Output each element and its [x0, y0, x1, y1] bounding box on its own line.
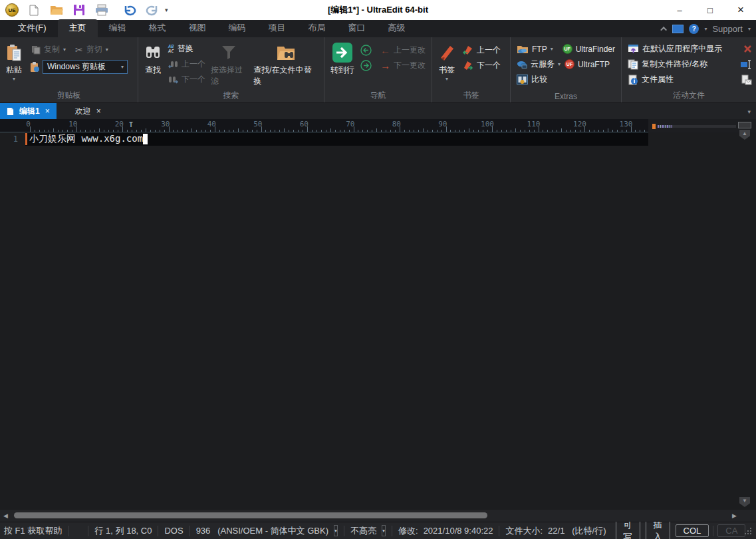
rename-file-icon[interactable]: [740, 60, 752, 69]
goto-line-icon: [332, 42, 352, 63]
help-caret-icon[interactable]: ▾: [704, 26, 707, 32]
ftp-button[interactable]: FTP ▾: [515, 41, 561, 57]
menu-tab-format[interactable]: 格式: [138, 19, 178, 37]
highlight-dropdown-icon[interactable]: ▾: [382, 525, 386, 536]
resize-grip[interactable]: [749, 527, 752, 535]
cloud-services-button[interactable]: 云服务 ▾: [515, 57, 563, 72]
close-button[interactable]: ×: [725, 0, 756, 20]
menu-tab-window[interactable]: 窗口: [337, 19, 377, 37]
copy-file-path-button[interactable]: 复制文件路径/名称: [626, 57, 709, 72]
ruler-tick: [229, 130, 229, 132]
next-change-button[interactable]: → 下一更改: [378, 58, 428, 73]
cloud-caret-icon: ▾: [558, 63, 561, 67]
prev-change-button[interactable]: ← 上一更改: [378, 43, 428, 58]
ultrafinder-button[interactable]: UF UltraFinder: [561, 41, 617, 57]
menu-tab-advanced[interactable]: 高级: [377, 19, 417, 37]
ruler-tick: [372, 130, 372, 132]
scroll-right-icon[interactable]: ▶: [732, 512, 737, 519]
status-bar: 按 F1 获取帮助 行 1, 列 18, C0 DOS 936 (ANSI/OE…: [0, 522, 756, 539]
menu-tab-home[interactable]: 主页: [58, 19, 98, 37]
horizontal-scrollbar-thumb[interactable]: [14, 512, 487, 518]
column-mode-toggle[interactable]: COL: [676, 524, 709, 537]
ruler-tick: [99, 128, 100, 132]
send-by-email-icon[interactable]: [741, 75, 752, 85]
ruler-tick: [520, 130, 521, 132]
status-cursor-position[interactable]: 行 1, 列 18, C0: [94, 525, 152, 537]
tab-welcome[interactable]: 欢迎 ×: [68, 103, 108, 119]
scroll-left-icon[interactable]: ◀: [3, 512, 8, 519]
bookmark-prev-button[interactable]: 上一个: [460, 43, 503, 58]
goto-line-button[interactable]: 转到行: [327, 41, 358, 77]
toolbar-mode-icon[interactable]: [672, 25, 684, 33]
bookmark-next-button[interactable]: 下一个: [460, 58, 503, 73]
group-label-extras: Extras: [511, 92, 621, 101]
clipboard-combo-value: Windows 剪贴板: [47, 61, 106, 73]
editor-area[interactable]: 1 小刀娱乐网 www.x6g.com: [0, 132, 756, 510]
ruler-tick: [326, 130, 326, 132]
collapse-ribbon-icon[interactable]: [661, 26, 668, 33]
tab-edit1-close-icon[interactable]: ×: [45, 106, 50, 116]
menu-tab-encoding[interactable]: 编码: [217, 19, 257, 37]
close-file-icon[interactable]: [743, 45, 752, 53]
ruler-tick: [511, 130, 511, 132]
ultraftp-button[interactable]: UF UltraFTP: [563, 57, 612, 72]
menu-tab-view[interactable]: 视图: [178, 19, 217, 37]
encoding-dropdown-icon[interactable]: ▾: [334, 525, 338, 536]
ruler-tick: [265, 130, 266, 132]
qat-customize-caret-icon[interactable]: ▾: [165, 7, 168, 13]
open-file-button[interactable]: [49, 3, 64, 17]
menu-tab-layout[interactable]: 布局: [297, 19, 337, 37]
copy-button[interactable]: 复制 ▾: [29, 42, 68, 57]
find-next-button[interactable]: 下一个: [166, 72, 207, 87]
ruler-tick: [173, 130, 174, 132]
tab-welcome-close-icon[interactable]: ×: [96, 106, 101, 116]
vertical-scrollbar-thumb[interactable]: [738, 122, 751, 128]
tab-list-caret-icon[interactable]: ▾: [747, 108, 751, 115]
filter-icon: [220, 42, 237, 63]
ruler-tick: [469, 128, 469, 132]
maximize-button[interactable]: □: [695, 0, 725, 20]
find-button[interactable]: 查找: [141, 41, 165, 77]
menu-tab-edit[interactable]: 编辑: [98, 19, 138, 37]
ruler-tick: [164, 130, 165, 132]
clipboard-select-icon: [29, 61, 40, 73]
ruler-tick: [252, 130, 253, 132]
titlebar: UE ▾ [编辑1*] - UltraEdit 64-bit – □ ×: [0, 0, 756, 20]
horizontal-scrollbar[interactable]: ◀ ▶: [0, 510, 756, 522]
ruler-number: 60: [300, 120, 309, 128]
save-icon: [73, 4, 85, 16]
ruler-tick: [289, 130, 289, 132]
support-menu[interactable]: Support: [712, 24, 743, 34]
status-highlight-mode[interactable]: 不高亮: [350, 525, 376, 537]
ruler-tick: [191, 128, 192, 132]
ruler-tick: [63, 130, 63, 132]
new-file-button[interactable]: [27, 3, 41, 17]
file-properties-button[interactable]: 文件属性: [626, 72, 676, 87]
compare-button[interactable]: 比较: [515, 72, 549, 87]
filter-by-selection-button[interactable]: 按选择过滤: [207, 41, 250, 89]
print-button[interactable]: [94, 3, 109, 17]
undo-button[interactable]: [122, 3, 137, 17]
paste-button[interactable]: 粘贴 ▾: [3, 41, 25, 83]
replace-button[interactable]: ABAC 替换: [166, 41, 207, 57]
ruler-tick: [330, 128, 331, 132]
bookmark-button[interactable]: 书签 ▾: [435, 41, 459, 83]
save-button[interactable]: [72, 3, 86, 17]
cut-button[interactable]: ✂ 剪切 ▾: [73, 42, 110, 57]
nav-forward-icon[interactable]: [360, 60, 372, 71]
redo-button[interactable]: [145, 3, 160, 17]
menu-tab-project[interactable]: 项目: [257, 19, 297, 37]
tab-edit1[interactable]: 编辑1 ×: [0, 103, 57, 119]
show-in-default-app-button[interactable]: 在默认应用程序中显示: [626, 41, 724, 57]
ruler-tick: [432, 130, 433, 132]
status-line-ending[interactable]: DOS: [164, 526, 183, 536]
find-in-files-button[interactable]: 查找/在文件中替换: [250, 41, 321, 89]
status-encoding[interactable]: 936 (ANSI/OEM - 简体中文 GBK): [196, 525, 328, 537]
support-caret-icon[interactable]: ▾: [748, 26, 751, 32]
nav-back-icon[interactable]: [360, 45, 372, 56]
help-icon[interactable]: ?: [689, 24, 699, 34]
clipboard-combo[interactable]: Windows 剪贴板 ▾: [43, 60, 128, 74]
minimize-button[interactable]: –: [664, 0, 695, 20]
menu-tab-file[interactable]: 文件(F): [7, 19, 58, 37]
find-prev-button[interactable]: 上一个: [166, 57, 207, 72]
